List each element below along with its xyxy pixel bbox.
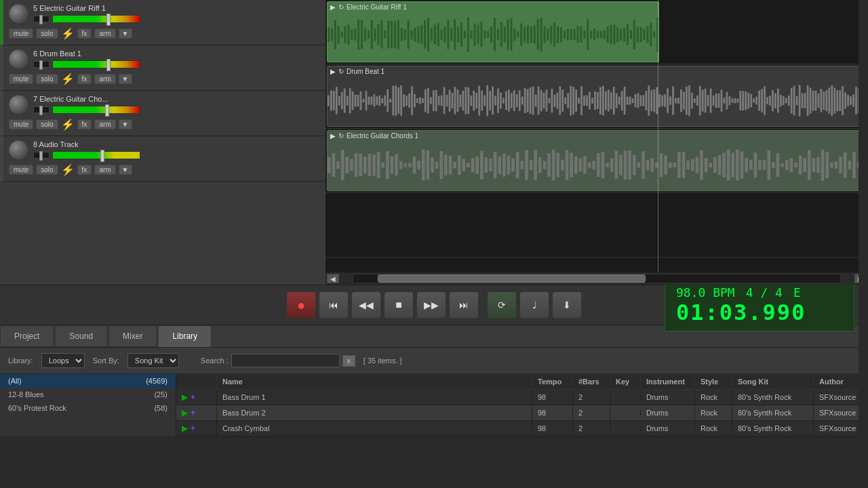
record-button[interactable]: ●: [286, 291, 316, 319]
tab-mixer[interactable]: Mixer: [108, 325, 157, 347]
tab-project[interactable]: Project: [0, 325, 54, 347]
track-timeline: ▶↻ Electric Guitar Riff 1 ▶↻ Drum Beat 1…: [326, 0, 868, 285]
track-5-dropdown[interactable]: ▼: [119, 28, 132, 39]
track-7-mute[interactable]: mute: [9, 119, 33, 129]
loop-button[interactable]: ⟳: [487, 291, 517, 319]
svg-rect-361: [601, 152, 605, 178]
track-5-mute[interactable]: mute: [9, 28, 33, 39]
col-header-tempo[interactable]: Tempo: [532, 374, 573, 389]
svg-rect-211: [627, 96, 629, 104]
track-5-arm[interactable]: arm: [94, 28, 115, 39]
forward-to-end-button[interactable]: ⏭: [449, 291, 479, 319]
clip-7[interactable]: ▶↻ Electric Guitar Chords 1: [327, 130, 867, 191]
scrollbar-thumb[interactable]: [378, 274, 646, 283]
svg-rect-114: [366, 91, 368, 110]
col-header-key[interactable]: Key: [610, 374, 641, 389]
export-button[interactable]: ⬇: [552, 291, 582, 319]
track-6-dropdown[interactable]: ▼: [119, 74, 132, 84]
svg-rect-116: [371, 97, 373, 105]
scrollbar-track[interactable]: [353, 274, 841, 283]
track-7-solo[interactable]: solo: [36, 119, 58, 129]
track-6-arm[interactable]: arm: [94, 74, 115, 84]
rewind-to-start-button[interactable]: ⏮: [319, 291, 349, 319]
svg-rect-413: [835, 161, 838, 168]
row-3-play[interactable]: ▶: [182, 424, 188, 433]
track-7-arm[interactable]: arm: [94, 119, 115, 129]
rewind-button[interactable]: ◀◀: [351, 291, 381, 319]
track-7-dropdown[interactable]: ▼: [119, 119, 132, 129]
svg-rect-59: [524, 27, 526, 42]
svg-rect-29: [424, 20, 426, 48]
row-3-add[interactable]: +: [191, 424, 195, 433]
row-1-play[interactable]: ▶: [182, 392, 188, 402]
clip-5[interactable]: ▶↻ Electric Guitar Riff 1: [327, 1, 659, 62]
svg-rect-4: [341, 31, 343, 37]
tab-library[interactable]: Library: [158, 325, 212, 347]
tab-sound[interactable]: Sound: [55, 325, 107, 347]
fast-forward-button[interactable]: ▶▶: [416, 291, 446, 319]
sidebar-scrollbar[interactable]: [859, 0, 868, 488]
track-6-knob[interactable]: [9, 49, 28, 68]
metronome-button[interactable]: ♩: [519, 291, 549, 319]
sidebar-item-all[interactable]: (All) (4569): [0, 374, 176, 388]
col-header-style[interactable]: Style: [695, 374, 732, 389]
svg-rect-271: [788, 96, 790, 106]
svg-rect-219: [648, 85, 650, 116]
svg-rect-156: [478, 85, 480, 115]
svg-rect-330: [462, 159, 466, 171]
row-2-add[interactable]: +: [191, 408, 195, 418]
row-2-play[interactable]: ▶: [182, 408, 188, 418]
svg-rect-350: [552, 150, 555, 181]
row-2-name: Bass Drum 2: [217, 406, 532, 420]
svg-rect-89: [623, 28, 625, 41]
sortby-select[interactable]: Song Kit: [127, 353, 179, 368]
track-7-fx[interactable]: fx: [77, 119, 92, 129]
track-8-fx[interactable]: fx: [77, 165, 92, 175]
track-5-knob[interactable]: [9, 4, 28, 23]
track-6-solo[interactable]: solo: [36, 74, 58, 84]
svg-rect-327: [449, 156, 452, 175]
sidebar-item-128-blues[interactable]: 12-8 Blues (25): [0, 388, 176, 401]
track-8-arm[interactable]: arm: [94, 165, 115, 175]
svg-rect-110: [355, 94, 357, 106]
svg-rect-40: [460, 22, 462, 46]
svg-rect-171: [519, 90, 521, 111]
svg-rect-308: [363, 157, 367, 174]
track-8-solo[interactable]: solo: [36, 165, 58, 175]
track-7-route-icon: ⚡: [61, 118, 75, 131]
track-8-dropdown[interactable]: ▼: [119, 165, 132, 175]
svg-rect-20: [394, 21, 396, 48]
col-header-instrument[interactable]: Instrument: [641, 374, 695, 389]
svg-rect-200: [597, 92, 599, 109]
library-select[interactable]: Loops: [41, 353, 85, 368]
search-input[interactable]: [231, 354, 340, 367]
col-header-bars[interactable]: #Bars: [573, 374, 610, 389]
track-row-7: 7 Electric Guitar Cho... mute solo ⚡ fx …: [0, 91, 326, 136]
svg-rect-194: [580, 86, 583, 115]
svg-rect-252: [736, 99, 738, 103]
table-header: Name Tempo #Bars Key Instrument Style So…: [176, 374, 868, 390]
track-6-fx[interactable]: fx: [77, 74, 92, 84]
track-6-mute[interactable]: mute: [9, 74, 33, 84]
sidebar-item-60s-rock[interactable]: 60's Protest Rock (58): [0, 401, 176, 415]
bpm-value: 98.0 BPM: [676, 285, 735, 300]
clip-6[interactable]: ▶↻ Drum Beat 1: [327, 66, 867, 127]
stop-button[interactable]: ■: [384, 291, 414, 319]
track-5-fx[interactable]: fx: [77, 28, 92, 39]
svg-rect-282: [818, 94, 820, 108]
search-clear-button[interactable]: x: [342, 355, 355, 367]
svg-rect-14: [374, 28, 376, 41]
svg-rect-121: [384, 96, 386, 106]
track-8-mute[interactable]: mute: [9, 165, 33, 175]
svg-rect-109: [352, 92, 354, 110]
col-header-songkit[interactable]: Song Kit: [732, 374, 814, 389]
svg-rect-80: [593, 28, 595, 40]
track-7-knob[interactable]: [9, 95, 28, 114]
scroll-left-arrow[interactable]: ◀: [327, 274, 339, 283]
track-5-solo[interactable]: solo: [36, 28, 58, 39]
row-1-add[interactable]: +: [191, 392, 195, 402]
svg-rect-179: [540, 90, 542, 111]
col-header-name[interactable]: Name: [217, 374, 532, 389]
track-8-knob[interactable]: [9, 140, 28, 159]
svg-rect-162: [494, 96, 496, 105]
